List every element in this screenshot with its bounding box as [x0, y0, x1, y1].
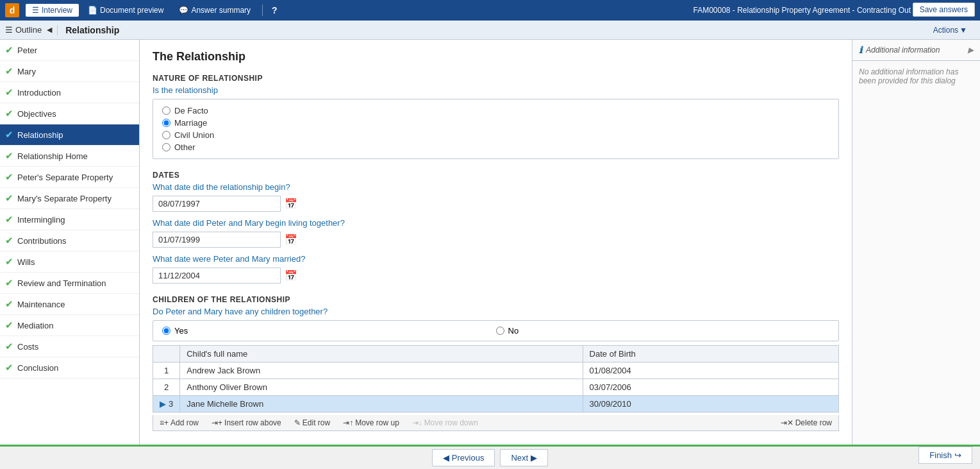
save-answers-button[interactable]: Save answers	[913, 3, 975, 17]
col-dob: Date of Birth	[583, 346, 838, 362]
check-icon-marys: ✔	[5, 192, 13, 204]
sidebar-item-maintenance[interactable]: ✔ Maintenance	[0, 294, 139, 315]
table-row[interactable]: ▶3 Jane Michelle Brown 30/09/2010	[153, 396, 839, 413]
right-panel-expand-icon[interactable]: ▶	[968, 46, 974, 55]
section-label: Relationship	[65, 25, 119, 35]
app-icon: d	[5, 3, 19, 17]
top-bar-left: d ☰ Interview 📄 Document preview 💬 Answe…	[5, 3, 693, 17]
sidebar-item-costs[interactable]: ✔ Costs	[0, 336, 139, 357]
check-icon-introduction: ✔	[5, 87, 13, 98]
row-expand-icon: ▶	[160, 399, 166, 409]
row-2-name: Anthony Oliver Brown	[180, 379, 583, 396]
finish-button[interactable]: Finish ↪	[918, 447, 972, 464]
married-row: 📅	[153, 268, 839, 284]
sidebar-item-contributions[interactable]: ✔ Contributions	[0, 230, 139, 252]
married-question: What date were Peter and Mary married?	[153, 254, 839, 264]
move-row-up-button[interactable]: ⇥↑ Move row up	[340, 417, 402, 429]
sidebar-item-relationship[interactable]: ✔ Relationship	[0, 124, 139, 146]
move-up-icon: ⇥↑	[343, 418, 353, 427]
sidebar-item-wills[interactable]: ✔ Wills	[0, 252, 139, 273]
children-question: Do Peter and Mary have any children toge…	[153, 307, 839, 316]
check-icon-objectives: ✔	[5, 108, 13, 119]
radio-de-facto-input[interactable]	[162, 107, 170, 115]
add-row-button[interactable]: ≡+ Add row	[157, 417, 201, 429]
bottom-bar: ◀ Previous Next ▶ Finish ↪	[0, 445, 980, 469]
edit-row-button[interactable]: ✎ Edit row	[292, 417, 333, 429]
children-yes-radio[interactable]	[162, 327, 170, 335]
married-input[interactable]	[153, 268, 281, 284]
prev-arrow-icon: ◀	[443, 453, 449, 463]
radio-marriage[interactable]: Marriage	[162, 118, 829, 128]
delete-row-button[interactable]: ⇥✕ Delete row	[778, 417, 835, 429]
col-num	[153, 346, 180, 362]
sidebar-item-mary[interactable]: ✔ Mary	[0, 61, 139, 82]
help-button[interactable]: ?	[268, 4, 281, 17]
children-yes-label[interactable]: Yes	[162, 326, 496, 336]
radio-civil-union[interactable]: Civil Union	[162, 130, 829, 140]
main-layout: ✔ Peter ✔ Mary ✔ Introduction ✔ Objectiv…	[0, 40, 980, 445]
radio-other[interactable]: Other	[162, 142, 829, 152]
section-title-bar: Relationship Actions ▼	[57, 25, 975, 35]
table-row[interactable]: 2 Anthony Oliver Brown 03/07/2006	[153, 379, 839, 396]
add-row-icon: ≡+	[160, 418, 169, 427]
interview-icon: ☰	[32, 6, 39, 15]
relationship-type-box: De Facto Marriage Civil Union Other	[153, 99, 839, 159]
tab-answer-summary[interactable]: 💬 Answer summary	[172, 4, 257, 17]
nature-of-relationship-title: NATURE OF RELATIONSHIP	[153, 74, 839, 83]
sidebar-item-peters-separate-property[interactable]: ✔ Peter's Separate Property	[0, 167, 139, 188]
outline-icon: ☰	[5, 25, 13, 35]
sidebar-item-objectives[interactable]: ✔ Objectives	[0, 103, 139, 124]
children-no-radio[interactable]	[496, 327, 504, 335]
children-no-label[interactable]: No	[496, 326, 830, 336]
radio-de-facto[interactable]: De Facto	[162, 106, 829, 115]
sidebar-item-introduction[interactable]: ✔ Introduction	[0, 82, 139, 103]
calendar-icon-1[interactable]: 📅	[285, 198, 297, 210]
right-panel: ℹ Additional information ▶ No additional…	[852, 40, 980, 445]
check-icon-conclusion: ✔	[5, 362, 13, 373]
move-down-icon: ⇥↓	[412, 418, 422, 427]
calendar-icon-3[interactable]: 📅	[285, 269, 297, 282]
document-icon: 📄	[88, 6, 97, 15]
table-row[interactable]: 1 Andrew Jack Brown 01/08/2004	[153, 362, 839, 379]
sidebar-item-review-and-termination[interactable]: ✔ Review and Termination	[0, 273, 139, 294]
sidebar-item-relationship-home[interactable]: ✔ Relationship Home	[0, 146, 139, 167]
next-button[interactable]: Next ▶	[500, 449, 548, 466]
insert-row-above-button[interactable]: ⇥+ Insert row above	[209, 417, 284, 429]
sidebar-item-conclusion[interactable]: ✔ Conclusion	[0, 357, 139, 379]
row-1-num: 1	[153, 362, 180, 379]
relationship-begin-question: What date did the relationship begin?	[153, 182, 839, 192]
check-icon-peters: ✔	[5, 171, 13, 183]
relationship-begin-row: 📅	[153, 196, 839, 212]
sidebar-item-intermingling[interactable]: ✔ Intermingling	[0, 209, 139, 230]
check-icon-contributions: ✔	[5, 235, 13, 246]
calendar-icon-2[interactable]: 📅	[285, 234, 297, 246]
radio-civil-union-input[interactable]	[162, 131, 170, 139]
check-icon-costs: ✔	[5, 341, 13, 352]
radio-marriage-input[interactable]	[162, 119, 170, 127]
check-icon-relationship-home: ✔	[5, 150, 13, 162]
sidebar-item-mediation[interactable]: ✔ Mediation	[0, 315, 139, 336]
living-together-question: What date did Peter and Mary begin livin…	[153, 218, 839, 228]
sidebar: ✔ Peter ✔ Mary ✔ Introduction ✔ Objectiv…	[0, 40, 140, 445]
row-1-name: Andrew Jack Brown	[180, 362, 583, 379]
sidebar-item-peter[interactable]: ✔ Peter	[0, 40, 139, 61]
relationship-begin-input[interactable]	[153, 196, 281, 212]
previous-button[interactable]: ◀ Previous	[432, 449, 495, 466]
finish-icon: ↪	[954, 450, 961, 460]
row-2-num: 2	[153, 379, 180, 396]
insert-row-icon: ⇥+	[212, 418, 222, 427]
tab-document-preview[interactable]: 📄 Document preview	[81, 4, 170, 17]
right-panel-body: No additional information has been provi…	[852, 61, 980, 92]
col-name: Child's full name	[180, 346, 583, 362]
move-row-down-button[interactable]: ⇥↓ Move row down	[410, 417, 481, 429]
sidebar-item-marys-separate-property[interactable]: ✔ Mary's Separate Property	[0, 188, 139, 209]
living-together-input[interactable]	[153, 232, 281, 248]
actions-button[interactable]: Actions ▼	[933, 26, 967, 35]
tab-interview[interactable]: ☰ Interview	[26, 4, 79, 17]
row-3-name: Jane Michelle Brown	[180, 396, 583, 413]
check-icon-review: ✔	[5, 277, 13, 289]
radio-other-input[interactable]	[162, 143, 170, 151]
outline-toggle[interactable]: ☰ Outline ◀	[5, 25, 52, 35]
document-title: FAM00008 - Relationship Property Agreeme…	[693, 6, 911, 15]
divider	[262, 4, 263, 16]
